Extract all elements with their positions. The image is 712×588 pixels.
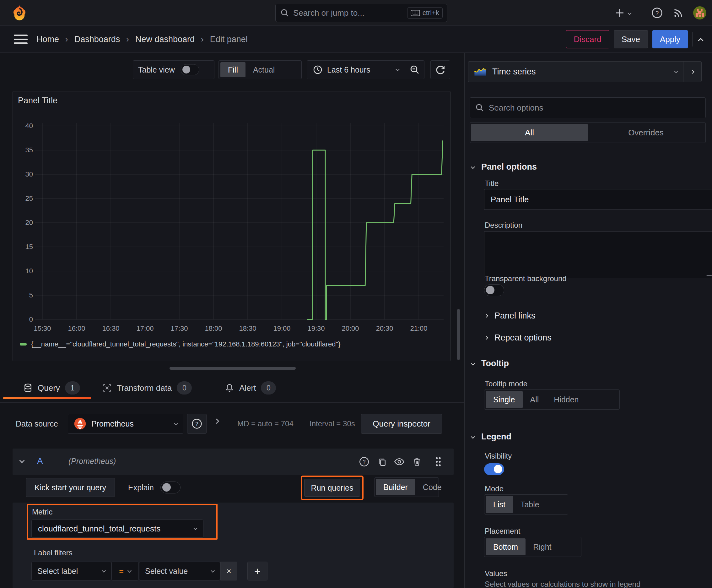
- news-rss-icon[interactable]: [672, 6, 685, 19]
- chart-legend[interactable]: {__name__="cloudflared_tunnel_total_requ…: [20, 340, 341, 348]
- add-filter-button[interactable]: +: [247, 562, 267, 581]
- scrollbar-thumb[interactable]: [457, 309, 460, 360]
- x-tick-label: 17:30: [164, 324, 195, 333]
- drag-handle-icon[interactable]: [432, 456, 445, 468]
- tooltip-mode-label: Tooltip mode: [485, 379, 527, 388]
- breadcrumb-edit-panel: Edit panel: [210, 35, 248, 44]
- query-editor-row[interactable]: A (Prometheus) ?: [13, 448, 454, 475]
- transparent-bg-toggle[interactable]: [484, 284, 504, 296]
- options-search-input[interactable]: [489, 103, 700, 113]
- tooltip-mode-single[interactable]: Single: [486, 391, 523, 408]
- chevron-down-icon: [674, 69, 678, 73]
- options-search[interactable]: [470, 97, 706, 118]
- code-option[interactable]: Code: [415, 479, 449, 495]
- max-datapoints-info: MD = auto = 704: [237, 414, 294, 434]
- section-divider: [465, 152, 712, 152]
- legend-placement-right[interactable]: Right: [525, 538, 559, 555]
- edit-panel-left-area: Table view Fill Actual Last 6 hours: [0, 53, 464, 588]
- hide-query-icon[interactable]: [393, 456, 406, 468]
- discard-button[interactable]: Discard: [566, 30, 609, 48]
- add-menu-button[interactable]: [611, 6, 634, 19]
- save-button[interactable]: Save: [614, 30, 648, 48]
- time-range-label: Last 6 hours: [327, 65, 392, 75]
- breadcrumb-separator: ›: [65, 35, 68, 44]
- query-inspector-button[interactable]: Query inspector: [361, 414, 442, 434]
- duplicate-query-icon[interactable]: [376, 456, 389, 468]
- time-series-chart[interactable]: [35, 123, 444, 324]
- table-view-toggle[interactable]: [180, 64, 199, 76]
- zoom-out-button[interactable]: [405, 61, 424, 79]
- remove-filter-button[interactable]: ×: [220, 562, 237, 581]
- legend-mode-list[interactable]: List: [486, 496, 513, 513]
- grafana-logo-icon[interactable]: [11, 4, 28, 22]
- panel-options-header[interactable]: Panel options: [472, 162, 537, 172]
- y-tick-label: 30: [15, 170, 33, 178]
- panel-description-textarea[interactable]: [484, 231, 712, 278]
- help-button[interactable]: ?: [650, 6, 664, 19]
- chevron-down-icon: [102, 569, 106, 573]
- keyboard-icon: [411, 10, 420, 16]
- legend-visibility-label: Visibility: [485, 452, 512, 460]
- legend-series-label[interactable]: {__name__="cloudflared_tunnel_total_requ…: [31, 340, 341, 348]
- clock-icon: [313, 65, 323, 75]
- tooltip-mode-all[interactable]: All: [523, 391, 546, 408]
- select-label-dropdown[interactable]: Select label: [31, 562, 111, 581]
- menu-toggle-button[interactable]: [13, 33, 28, 45]
- tab-query[interactable]: Query 1: [23, 377, 80, 399]
- options-overrides-tab[interactable]: Overrides: [588, 124, 704, 141]
- svg-text:?: ?: [363, 459, 365, 465]
- query-help-icon[interactable]: ?: [358, 456, 370, 468]
- select-value-dropdown[interactable]: Select value: [139, 562, 220, 581]
- run-queries-button[interactable]: Run queries: [304, 479, 360, 497]
- legend-title: Legend: [481, 432, 511, 442]
- legend-mode-table[interactable]: Table: [513, 496, 547, 513]
- visualization-picker[interactable]: Time series: [468, 61, 702, 82]
- toggle-viz-picker-button[interactable]: [683, 62, 701, 82]
- transform-icon: [102, 383, 112, 393]
- explain-toggle[interactable]: [160, 482, 180, 493]
- panel-options-sidebar: Time series All Overrides Panel options …: [464, 53, 712, 588]
- panel-links-header[interactable]: Panel links: [485, 311, 536, 321]
- breadcrumb-dashboards[interactable]: Dashboards: [74, 35, 120, 44]
- chevron-right-icon[interactable]: [214, 419, 219, 424]
- apply-button[interactable]: Apply: [652, 30, 688, 48]
- tab-transform-data[interactable]: Transform data 0: [102, 377, 192, 399]
- shortcut-chip: ctrl+k: [407, 7, 443, 19]
- breadcrumb-bar: Home › Dashboards › New dashboard › Edit…: [0, 26, 712, 53]
- x-tick-label: 16:30: [95, 324, 127, 333]
- tooltip-header[interactable]: Tooltip: [472, 359, 509, 369]
- collapse-header-icon[interactable]: [698, 38, 704, 43]
- repeat-options-header[interactable]: Repeat options: [485, 333, 552, 343]
- time-range-picker[interactable]: Last 6 hours: [307, 60, 425, 79]
- datasource-help-button[interactable]: ?: [187, 414, 207, 434]
- kick-start-query-button[interactable]: Kick start your query: [26, 478, 115, 497]
- user-avatar[interactable]: [693, 6, 706, 19]
- breadcrumb-home[interactable]: Home: [37, 35, 59, 44]
- panel-title-input[interactable]: [484, 189, 712, 210]
- legend-values-label: Values: [485, 569, 507, 578]
- actual-option[interactable]: Actual: [245, 62, 282, 77]
- breadcrumb-new-dashboard[interactable]: New dashboard: [135, 35, 195, 44]
- options-all-tab[interactable]: All: [471, 124, 588, 141]
- pane-resize-handle[interactable]: [170, 367, 296, 370]
- tooltip-mode-segmented: Single All Hidden: [484, 390, 620, 410]
- metric-select[interactable]: cloudflared_tunnel_total_requests: [31, 520, 203, 538]
- legend-placement-label: Placement: [485, 527, 520, 536]
- refresh-button[interactable]: [430, 60, 450, 79]
- datasource-select[interactable]: Prometheus: [68, 414, 184, 434]
- legend-placement-bottom[interactable]: Bottom: [486, 538, 525, 555]
- tab-alert[interactable]: Alert 0: [225, 377, 276, 399]
- global-search-input[interactable]: Search or jump to... ctrl+k: [275, 4, 447, 22]
- query-ref-id: A: [37, 456, 43, 466]
- legend-visibility-toggle[interactable]: [484, 463, 504, 475]
- tooltip-mode-hidden[interactable]: Hidden: [546, 391, 586, 408]
- delete-query-icon[interactable]: [411, 456, 423, 468]
- time-series-viz-icon: [474, 67, 487, 76]
- operator-dropdown[interactable]: =: [111, 562, 138, 581]
- explain-label: Explain: [128, 478, 154, 497]
- legend-header[interactable]: Legend: [472, 432, 511, 442]
- collapse-query-icon[interactable]: [19, 458, 25, 463]
- fill-option[interactable]: Fill: [220, 62, 245, 77]
- prometheus-icon: [74, 417, 86, 430]
- builder-option[interactable]: Builder: [376, 479, 415, 495]
